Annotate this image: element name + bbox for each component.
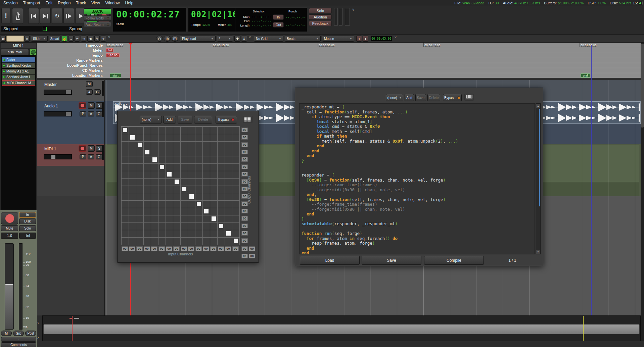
strip-track-title[interactable]: MIDI 1 — [1, 43, 36, 48]
midi-panic-button[interactable]: ! — [1, 8, 10, 24]
feedback-indicator[interactable] — [638, 1, 643, 5]
virtual-keyboard-icon[interactable] — [464, 94, 474, 101]
add-track-button[interactable]: ✚ — [234, 36, 240, 42]
input-channel-cell[interactable]: 00 — [144, 246, 150, 251]
metronome-button[interactable] — [12, 8, 23, 24]
output-button[interactable]: - — [1, 337, 36, 342]
input-channel-cell[interactable]: 00 — [210, 246, 217, 251]
processor-active-led-icon[interactable] — [3, 82, 5, 84]
matrix-cell-active[interactable] — [138, 143, 142, 147]
input-channel-cell[interactable]: 00 — [181, 246, 187, 251]
midi-group-button[interactable]: G — [96, 154, 102, 159]
edit-mode-combo[interactable]: Slide▼ — [31, 36, 48, 42]
matrix-cell-active[interactable] — [130, 135, 135, 140]
input-channel-cell[interactable]: 00 — [129, 246, 135, 251]
track-height-combo[interactable]: *▼ — [217, 36, 233, 42]
midi-mute-button[interactable]: M — [88, 145, 95, 152]
stretch-tool-button[interactable]: ⇥ — [81, 36, 86, 42]
script-code-editor[interactable]: _responder_mt = { call = function(self, … — [299, 103, 535, 254]
processor-sherlock-atom-i[interactable]: Sherlock Atom I — [2, 75, 35, 80]
solo-button[interactable]: Solo — [309, 8, 332, 13]
ruler-label-range-markers[interactable]: Range Markers — [37, 58, 103, 62]
ruler-label-tempo[interactable]: Tempo — [37, 53, 103, 57]
output-channel-cell[interactable]: 00 — [241, 128, 248, 132]
output-channel-cell[interactable]: 00 — [241, 209, 248, 213]
channel-matrix-grid[interactable] — [121, 126, 240, 245]
matrix-cell-active[interactable] — [226, 231, 231, 236]
script-compile-button[interactable]: Compile — [424, 256, 484, 265]
input-channel-cell[interactable]: 00 — [122, 246, 128, 251]
output-channel-cell[interactable]: 00 — [241, 135, 248, 140]
tools-chevron-icon[interactable]: ∨ — [108, 35, 110, 39]
processor-moony-a1-x-a1[interactable]: Moony A1 x A1 — [2, 69, 35, 74]
fader-handle[interactable] — [5, 284, 13, 329]
matrix-cell-active[interactable] — [175, 180, 179, 184]
corner-channel-cell[interactable]: 00 — [249, 246, 255, 251]
audio-group-button[interactable]: G — [96, 111, 102, 116]
edit-point-combo[interactable]: Mouse▼ — [322, 36, 354, 42]
master-automation-button[interactable]: A — [86, 89, 93, 95]
zoom-out-button[interactable]: ⊖ — [156, 36, 163, 42]
output-channel-cell[interactable]: 00 — [241, 238, 248, 243]
processor-synthpod-keybo[interactable]: Synthpod Keybo — [2, 63, 35, 68]
ruler-label-timecode[interactable]: Timecode — [37, 43, 103, 47]
location-marker-start[interactable]: start — [110, 73, 121, 78]
master-mute-button[interactable]: M — [86, 81, 93, 87]
punch-in-button[interactable]: In — [273, 14, 284, 20]
script-save-button[interactable]: Save — [415, 94, 426, 101]
menu-track[interactable]: Track — [76, 1, 86, 5]
strip-fader[interactable] — [5, 243, 14, 330]
output-channel-cell[interactable]: 00 — [241, 179, 248, 184]
nudge-forward-button[interactable]: › — [363, 36, 368, 42]
shuttle-control[interactable] — [345, 8, 350, 26]
summary-scroll-right-icon[interactable]: › — [37, 335, 39, 340]
processor-box[interactable]: FaderSynthpod KeyboMoony A1 x A1Sherlock… — [1, 55, 36, 210]
input-channel-cell[interactable]: 00 — [218, 246, 224, 251]
meter-post-button[interactable]: Post — [25, 331, 36, 336]
scrollbar-thumb[interactable] — [641, 44, 644, 128]
matrix-cell-active[interactable] — [182, 187, 186, 191]
matrix-cell-active[interactable] — [160, 165, 164, 169]
draw-tool-button[interactable]: ✎ — [94, 36, 100, 42]
menu-transport[interactable]: Transport — [23, 1, 40, 5]
audio-automation-button[interactable]: A — [88, 111, 94, 116]
location-marker-end[interactable]: end — [581, 73, 590, 78]
output-channel-cell[interactable]: 00 — [241, 231, 248, 236]
edit-pane-swap-button[interactable]: ⇄ — [1, 36, 6, 42]
goto-end-button[interactable] — [40, 8, 51, 24]
input-channel-cell[interactable]: 00 — [158, 246, 165, 251]
midi-recenable-button[interactable] — [79, 145, 86, 152]
tempo-marker[interactable]: 120.00 — [106, 53, 120, 57]
peak-display[interactable]: -inf — [19, 233, 36, 239]
audition-tool-button[interactable]: ◀) — [87, 36, 93, 42]
punch-out-button[interactable]: Out — [273, 22, 284, 28]
input-channel-cell[interactable]: 00 — [188, 246, 194, 251]
menu-window[interactable]: Window — [105, 1, 120, 5]
matrix-cell-active[interactable] — [123, 128, 127, 132]
processor-fader[interactable]: Fader — [2, 57, 35, 62]
summary-view-rectangle[interactable] — [43, 324, 640, 334]
scroll-down-icon[interactable]: ▼ — [536, 250, 540, 254]
audio-name[interactable]: Audio 1 — [44, 104, 58, 108]
play-range-button[interactable] — [63, 8, 74, 24]
processor-active-led-icon[interactable] — [3, 59, 5, 61]
output-channel-cell[interactable]: 00 — [241, 142, 248, 147]
matrix-cell-active[interactable] — [204, 209, 209, 213]
gain-display[interactable]: 1.0 — [1, 233, 18, 239]
midi-gain-fader[interactable] — [44, 154, 72, 159]
zoom-focus-combo[interactable]: Playhead▼ — [180, 36, 216, 42]
input-channel-cell[interactable]: 00 — [136, 246, 143, 251]
ruler-label-loop-punch-ranges[interactable]: Loop/Punch Ranges — [37, 63, 103, 67]
master-name[interactable]: Master — [44, 82, 57, 87]
menu-region[interactable]: Region — [58, 1, 71, 5]
matrix-cell-active[interactable] — [145, 150, 149, 154]
input-channel-cell[interactable]: 00 — [225, 246, 231, 251]
corner-channel-cell[interactable]: 00 — [249, 254, 255, 258]
fader-handle[interactable] — [51, 155, 55, 159]
output-channel-cell[interactable]: 00 — [241, 157, 248, 162]
vertical-scrollbar[interactable] — [641, 43, 644, 341]
snap-mode-combo[interactable]: No Grid▼ — [254, 36, 283, 42]
monitor-disk-button[interactable]: Disk — [19, 218, 36, 224]
audio-track-header[interactable]: Audio 1 M S P A G — [37, 101, 105, 144]
audition-button[interactable]: Audition — [309, 14, 332, 20]
